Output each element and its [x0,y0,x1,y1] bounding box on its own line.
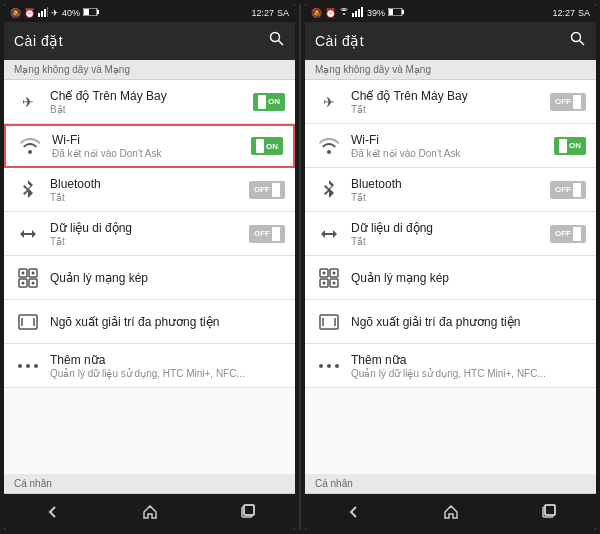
setting-sub-label: Quản lý dữ liệu sử dụng, HTC Mini+, NFC.… [50,368,249,379]
setting-name-label: Wi-Fi [351,133,554,147]
airplane-status: ✈ [51,8,59,18]
setting-name-label: Dữ liệu di động [351,221,550,235]
setting-name-label: Quản lý mạng kép [351,271,550,285]
setting-text: Quản lý mạng kép [50,271,249,285]
svg-point-22 [34,364,38,368]
toggle-off[interactable]: OFF [249,225,285,243]
phone-left: 🔕 ⏰ ✈ 40% 12:27 SA Cài đặtMạng không dây… [4,4,295,530]
svg-rect-50 [545,505,555,515]
toggle-control[interactable]: ON [253,93,285,111]
bottom-nav [305,494,596,530]
svg-point-33 [572,33,581,42]
search-button[interactable] [570,31,586,51]
setting-text: Chế độ Trên Máy BayTắt [351,89,550,115]
svg-rect-1 [41,11,43,17]
svg-point-48 [335,364,339,368]
bluetooth-icon [14,176,42,204]
status-bar: 🔕 ⏰ ✈ 40% 12:27 SA [4,4,295,22]
setting-item-2[interactable]: BluetoothTắtOFF [305,168,596,212]
status-left: 🔕 ⏰ ✈ 40% [10,7,99,19]
toggle-on[interactable]: ON [554,137,586,155]
recents-button[interactable] [528,497,568,527]
setting-item-4[interactable]: Quản lý mạng kép [4,256,295,300]
toggle-control[interactable]: OFF [550,181,586,199]
battery-percent: 39% [367,8,385,18]
svg-rect-26 [352,13,354,17]
search-button[interactable] [269,31,285,51]
toggle-control[interactable]: OFF [249,225,285,243]
network-icon [315,264,343,292]
toggle-on[interactable]: ON [251,137,283,155]
svg-rect-31 [402,10,404,14]
setting-name-label: Ngõ xuất giải trí đa phương tiện [351,315,550,329]
setting-sub-label: Tắt [351,236,550,247]
setting-item-6[interactable]: Thêm nữaQuản lý dữ liệu sử dụng, HTC Min… [4,344,295,388]
setting-text: Wi-FiĐã kết nối vào Don't Ask [351,133,554,159]
toggle-control[interactable]: OFF [550,225,586,243]
setting-item-1[interactable]: Wi-FiĐã kết nối vào Don't AskON [4,124,295,168]
toggle-on[interactable]: ON [253,93,285,111]
svg-line-34 [580,41,585,46]
toggle-off[interactable]: OFF [550,225,586,243]
media-icon [14,308,42,336]
setting-text: BluetoothTắt [50,177,249,203]
svg-rect-6 [84,9,89,15]
svg-rect-24 [244,505,254,515]
battery-percent: 40% [62,8,80,18]
toggle-off[interactable]: OFF [249,181,285,199]
svg-rect-29 [361,7,363,17]
setting-name-label: Chế độ Trên Máy Bay [351,89,550,103]
✈-icon: ✈ [315,88,343,116]
signal-bars [352,7,364,19]
home-button[interactable] [130,497,170,527]
back-button[interactable] [33,497,73,527]
time-display: 12:27 [552,8,575,18]
home-button[interactable] [431,497,471,527]
setting-item-0[interactable]: ✈Chế độ Trên Máy BayBậtON [4,80,295,124]
toggle-control[interactable]: OFF [249,181,285,199]
back-button[interactable] [334,497,374,527]
svg-point-7 [271,33,280,42]
setting-item-3[interactable]: Dữ liệu di độngTắtOFF [305,212,596,256]
battery-icon [83,8,99,18]
wifi-icon [315,132,343,160]
setting-item-0[interactable]: ✈Chế độ Trên Máy BayTắtOFF [305,80,596,124]
setting-name-label: Thêm nữa [50,353,249,367]
setting-item-2[interactable]: BluetoothTắtOFF [4,168,295,212]
status-time: 12:27 SA [552,8,590,18]
svg-point-21 [26,364,30,368]
toggle-control[interactable]: ON [554,137,586,155]
settings-list: ✈Chế độ Trên Máy BayBậtON Wi-FiĐã kết nố… [4,80,295,474]
svg-rect-2 [44,9,46,17]
setting-item-6[interactable]: Thêm nữaQuản lý dữ liệu sử dụng, HTC Min… [305,344,596,388]
region-label: SA [578,8,590,18]
toggle-off[interactable]: OFF [550,93,586,111]
svg-point-40 [333,271,336,274]
setting-item-1[interactable]: Wi-FiĐã kết nối vào Don't AskON [305,124,596,168]
media-icon [315,308,343,336]
setting-item-3[interactable]: Dữ liệu di độngTắtOFF [4,212,295,256]
svg-rect-28 [358,9,360,17]
section-header-personal: Cá nhân [4,474,295,494]
toggle-off[interactable]: OFF [550,181,586,199]
top-bar: Cài đặt [4,22,295,60]
setting-item-5[interactable]: Ngõ xuất giải trí đa phương tiện [305,300,596,344]
setting-item-5[interactable]: Ngõ xuất giải trí đa phương tiện [4,300,295,344]
svg-point-16 [32,281,35,284]
setting-sub-label: Quản lý dữ liệu sử dụng, HTC Mini+, NFC.… [351,368,550,379]
setting-name-label: Ngõ xuất giải trí đa phương tiện [50,315,249,329]
setting-sub-label: Bật [50,104,253,115]
toggle-control[interactable]: OFF [550,93,586,111]
data-icon [14,220,42,248]
setting-item-4[interactable]: Quản lý mạng kép [305,256,596,300]
bluetooth-icon [315,176,343,204]
recents-button[interactable] [227,497,267,527]
setting-sub-label: Tắt [351,192,550,203]
mute-icon: 🔕 [311,8,322,18]
network-icon [14,264,42,292]
toggle-control[interactable]: ON [251,137,283,155]
page-title: Cài đặt [315,33,364,49]
more-icon [14,352,42,380]
setting-text: Chế độ Trên Máy BayBật [50,89,253,115]
svg-rect-5 [97,10,99,14]
